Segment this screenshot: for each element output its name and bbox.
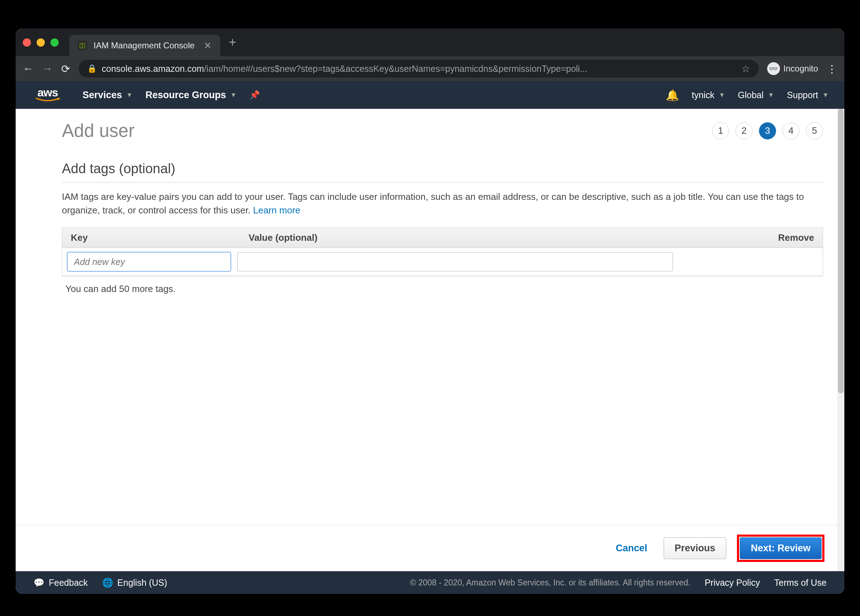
- resource-groups-menu[interactable]: Resource Groups▼: [146, 89, 237, 101]
- browser-titlebar: ⚿ IAM Management Console ✕ +: [16, 28, 844, 56]
- tag-count-hint: You can add 50 more tags.: [62, 276, 823, 302]
- browser-window: ⚿ IAM Management Console ✕ + ← → ⟳ 🔒 con…: [16, 28, 844, 594]
- wizard-steps: 1 2 3 4 5: [712, 122, 823, 140]
- chevron-down-icon: ▼: [768, 91, 774, 99]
- chevron-down-icon: ▼: [719, 91, 725, 99]
- chevron-down-icon: ▼: [231, 91, 237, 99]
- forward-button[interactable]: →: [42, 63, 53, 75]
- browser-toolbar: ← → ⟳ 🔒 console.aws.amazon.com/iam/home#…: [16, 56, 844, 81]
- content-wrap: Add user 1 2 3 4 5 Add tags (optional) I…: [16, 109, 844, 571]
- wizard-step-1[interactable]: 1: [712, 122, 729, 140]
- browser-tab[interactable]: ⚿ IAM Management Console ✕: [69, 35, 220, 56]
- pin-icon[interactable]: 📌: [250, 90, 260, 100]
- tab-title: IAM Management Console: [94, 41, 195, 50]
- aws-logo[interactable]: aws: [31, 88, 64, 103]
- cancel-button[interactable]: Cancel: [610, 539, 653, 557]
- button-bar: Cancel Previous Next: Review: [16, 525, 844, 571]
- tag-key-input[interactable]: [67, 252, 231, 271]
- wizard-step-2[interactable]: 2: [736, 122, 753, 140]
- chevron-down-icon: ▼: [126, 91, 133, 99]
- tags-table: Key Value (optional) Remove: [62, 227, 823, 276]
- account-menu[interactable]: tynick▼: [692, 90, 725, 100]
- region-menu[interactable]: Global▼: [738, 90, 774, 100]
- language-selector[interactable]: 🌐 English (US): [102, 578, 167, 588]
- url-bar[interactable]: 🔒 console.aws.amazon.com/iam/home#/users…: [78, 60, 759, 78]
- url-text: console.aws.amazon.com/iam/home#/users$n…: [102, 64, 587, 74]
- wizard-step-5[interactable]: 5: [806, 122, 823, 140]
- services-menu[interactable]: Services▼: [83, 89, 133, 101]
- section-title: Add tags (optional): [62, 161, 823, 179]
- column-header-value: Value (optional): [249, 232, 768, 243]
- copyright-text: © 2008 - 2020, Amazon Web Services, Inc.…: [410, 578, 691, 588]
- reload-button[interactable]: ⟳: [61, 63, 70, 75]
- page-title: Add user: [62, 120, 135, 141]
- tab-favicon-icon: ⚿: [78, 41, 87, 50]
- tags-table-header: Key Value (optional) Remove: [62, 228, 823, 248]
- aws-smile-icon: [35, 97, 60, 102]
- back-button[interactable]: ←: [23, 63, 33, 75]
- next-button-highlight: Next: Review: [737, 534, 824, 562]
- incognito-label: Incognito: [783, 64, 818, 74]
- page-content: Add user 1 2 3 4 5 Add tags (optional) I…: [16, 109, 844, 525]
- window-maximize-button[interactable]: [50, 38, 59, 47]
- window-close-button[interactable]: [23, 38, 31, 47]
- learn-more-link[interactable]: Learn more: [253, 205, 301, 216]
- column-header-remove: Remove: [768, 232, 814, 243]
- wizard-step-3[interactable]: 3: [759, 122, 776, 140]
- aws-footer: 💬 Feedback 🌐 English (US) © 2008 - 2020,…: [16, 571, 844, 594]
- browser-menu-button[interactable]: ⋮: [827, 63, 837, 75]
- new-tab-button[interactable]: +: [229, 35, 236, 50]
- section-description: IAM tags are key-value pairs you can add…: [62, 190, 823, 217]
- tags-table-row: [62, 248, 823, 276]
- notifications-bell-icon[interactable]: 🔔: [666, 89, 679, 101]
- incognito-icon: 👓: [767, 62, 780, 75]
- section-divider: [62, 182, 823, 182]
- incognito-badge: 👓 Incognito: [767, 62, 818, 75]
- terms-of-use-link[interactable]: Terms of Use: [774, 578, 827, 588]
- lock-icon: 🔒: [87, 64, 97, 73]
- privacy-policy-link[interactable]: Privacy Policy: [705, 578, 760, 588]
- traffic-lights: [23, 38, 59, 47]
- feedback-link[interactable]: 💬 Feedback: [33, 578, 88, 588]
- tab-close-button[interactable]: ✕: [204, 40, 212, 51]
- wizard-step-4[interactable]: 4: [783, 122, 800, 140]
- previous-button[interactable]: Previous: [664, 538, 726, 559]
- column-header-key: Key: [71, 232, 249, 243]
- globe-icon: 🌐: [102, 578, 113, 588]
- page-header: Add user 1 2 3 4 5: [62, 120, 823, 141]
- bookmark-star-icon[interactable]: ☆: [741, 63, 750, 75]
- next-review-button[interactable]: Next: Review: [740, 538, 822, 559]
- chevron-down-icon: ▼: [822, 91, 829, 99]
- speech-bubble-icon: 💬: [33, 578, 44, 588]
- support-menu[interactable]: Support▼: [787, 90, 829, 100]
- aws-navbar: aws Services▼ Resource Groups▼ 📌 🔔 tynic…: [16, 81, 844, 109]
- tag-value-input[interactable]: [237, 252, 673, 271]
- window-minimize-button[interactable]: [37, 38, 45, 47]
